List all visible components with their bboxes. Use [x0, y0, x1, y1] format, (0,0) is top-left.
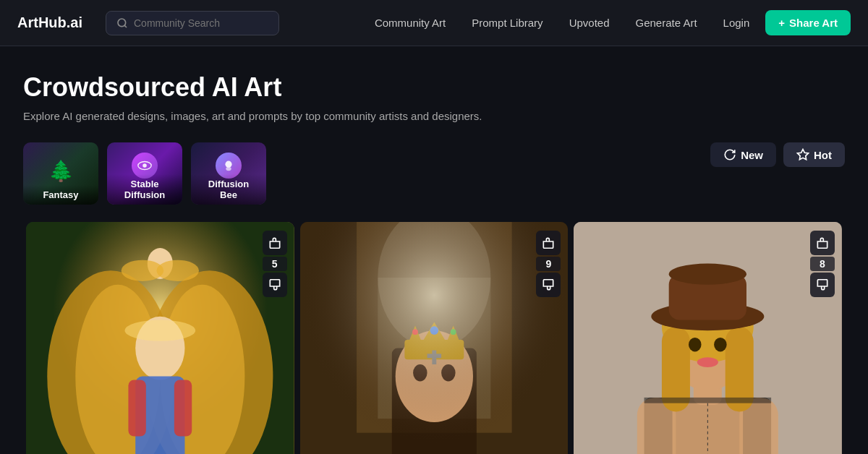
upvote-button-2[interactable]: [536, 231, 561, 255]
svg-rect-15: [128, 380, 145, 436]
hot-icon: [796, 148, 809, 161]
hero-subtitle: Explore AI generated designs, images, ar…: [23, 110, 845, 122]
sort-new-button[interactable]: New: [710, 142, 776, 167]
chip-stable-label: Stable Diffusion: [107, 174, 182, 205]
category-chips: 🌲 Fantasy Stable Diffusion: [23, 142, 266, 205]
nav-prompt-library[interactable]: Prompt Library: [461, 11, 553, 35]
share-plus-icon: +: [778, 17, 785, 29]
svg-point-54: [689, 338, 702, 352]
filter-area: 🌲 Fantasy Stable Diffusion: [0, 131, 868, 216]
svg-point-4: [225, 161, 231, 168]
brand-logo[interactable]: ArtHub.ai: [17, 14, 82, 31]
image-grid: 5: [0, 216, 868, 454]
svg-rect-57: [644, 398, 772, 403]
sort-hot-button[interactable]: Hot: [783, 142, 845, 167]
svg-point-0: [118, 19, 126, 27]
svg-rect-16: [174, 380, 192, 436]
search-input[interactable]: [134, 17, 268, 29]
svg-marker-6: [798, 150, 809, 160]
svg-rect-39: [300, 222, 569, 454]
share-art-button[interactable]: + Share Art: [765, 10, 851, 35]
downvote-button-3[interactable]: [810, 273, 835, 297]
search-bar[interactable]: [106, 11, 279, 35]
navbar: ArtHub.ai Community Art Prompt Library U…: [0, 0, 868, 46]
chip-stable-diffusion[interactable]: Stable Diffusion: [107, 142, 182, 205]
svg-point-20: [125, 320, 196, 341]
nav-login[interactable]: Login: [713, 11, 760, 35]
vote-count-3: 8: [810, 257, 835, 271]
svg-point-55: [714, 338, 727, 352]
vote-count-1: 5: [263, 257, 287, 271]
chip-fantasy[interactable]: 🌲 Fantasy: [23, 142, 98, 205]
nav-upvoted[interactable]: Upvoted: [559, 11, 620, 35]
image-card-2[interactable]: 9: [300, 222, 569, 454]
search-icon: [116, 17, 128, 29]
upvote-button-3[interactable]: [810, 231, 835, 255]
chip-diffusion-label: Diffusion Bee: [191, 174, 266, 205]
chip-diffusion-bee[interactable]: Diffusion Bee: [191, 142, 266, 205]
nav-links: Community Art Prompt Library Upvoted Gen…: [365, 10, 851, 35]
image-card-1[interactable]: 5: [26, 222, 294, 454]
vote-box-2: 9: [536, 231, 561, 297]
sort-hot-label: Hot: [814, 149, 832, 161]
downvote-button-1[interactable]: [263, 273, 287, 297]
svg-line-1: [124, 25, 127, 27]
svg-point-56: [697, 357, 718, 367]
svg-point-19: [156, 260, 199, 281]
chip-fantasy-label: Fantasy: [23, 185, 98, 205]
vote-count-2: 9: [536, 257, 561, 271]
downvote-button-2[interactable]: [536, 273, 561, 297]
sort-buttons: New Hot: [710, 142, 845, 167]
fantasy-icon: 🌲: [48, 159, 74, 183]
svg-point-53: [669, 264, 746, 285]
svg-point-5: [226, 167, 231, 171]
image-card-3[interactable]: 8: [574, 222, 842, 454]
nav-community-art[interactable]: Community Art: [365, 11, 456, 35]
svg-point-3: [142, 163, 147, 168]
share-art-label: Share Art: [789, 17, 838, 29]
upvote-button-1[interactable]: [263, 231, 287, 255]
vote-box-3: 8: [810, 231, 835, 297]
vote-box-1: 5: [263, 231, 287, 297]
hero-section: Crowdsourced AI Art Explore AI generated…: [0, 46, 868, 131]
nav-generate-art[interactable]: Generate Art: [626, 11, 707, 35]
sort-new-label: New: [741, 149, 763, 161]
page-title: Crowdsourced AI Art: [23, 72, 845, 103]
new-icon: [723, 148, 736, 161]
